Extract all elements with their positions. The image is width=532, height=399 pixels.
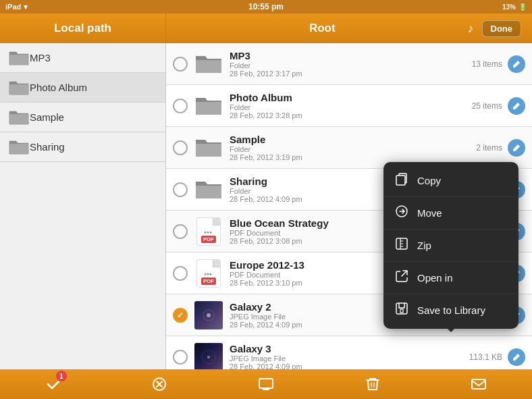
file-name-galaxy3: Galaxy 3 [230,343,469,354]
edit-btn-sample[interactable] [508,139,525,157]
sidebar-item-sharing[interactable]: Sharing [0,132,165,162]
pdf-badge: PDF [201,236,216,243]
sidebar-item-sample[interactable]: Sample [0,103,165,132]
file-info-mp3: MP3 Folder 28 Feb, 2012 3:17 pm [230,50,472,78]
pencil-icon [512,59,521,69]
selection-badge: 1 [56,371,67,381]
thumb-blue-ocean: ▸▸▸ PDF [194,217,223,246]
display-icon [258,376,274,392]
file-name-mp3: MP3 [230,50,472,61]
file-name-sample: Sample [230,134,476,145]
header-actions: ♪ Done [468,20,522,37]
main-header: Root ♪ Done [166,20,532,37]
thumb-photo-album [194,92,223,120]
thumb-europe: ▸▸▸ PDF [194,259,223,288]
folder-icon-mp3 [194,53,223,76]
radio-galaxy2[interactable] [173,308,188,323]
svg-rect-11 [259,379,273,388]
svg-rect-12 [472,379,485,389]
file-date-mp3: 28 Feb, 2012 3:17 pm [230,70,472,78]
menu-item-open-in[interactable]: Open in [383,262,518,294]
local-path-title: Local path [54,22,111,35]
folder-icon-sharing [194,178,223,201]
image-thumb-galaxy2 [194,301,223,329]
main-content: MP3 Photo Album Sample Sharing [0,43,532,369]
radio-mp3[interactable] [173,57,188,72]
menu-item-copy[interactable]: Copy [383,165,518,197]
mail-icon [471,376,487,392]
pencil-icon [512,352,521,362]
sidebar-label-mp3: MP3 [30,52,51,63]
folder-icon [8,79,30,97]
svg-rect-5 [396,176,405,185]
sidebar-label-sharing: Sharing [30,141,65,153]
edit-btn-photo-album[interactable] [508,97,525,115]
svg-point-2 [207,313,211,317]
pencil-icon [512,101,521,111]
menu-item-move[interactable]: Move [383,197,518,230]
battery-label: 13% [502,3,516,11]
radio-sharing[interactable] [173,182,188,197]
file-type-sample: Folder [230,145,476,153]
thumb-mp3 [194,50,223,78]
sidebar-label-sample: Sample [30,111,64,123]
trash-button[interactable] [358,369,388,399]
edit-btn-mp3[interactable] [508,55,525,73]
pdf-icon-blue-ocean: ▸▸▸ PDF [196,217,221,246]
wifi-icon: ▾ [24,3,28,11]
file-item-galaxy3[interactable]: Galaxy 3 JPEG Image File 28 Feb, 2012 4:… [166,336,532,369]
time-label: 10:55 pm [248,2,284,11]
sidebar-item-mp3[interactable]: MP3 [0,43,165,73]
thumb-sample [194,134,223,162]
sidebar-header: Local path [0,14,166,43]
copy-icon [394,171,409,190]
header: Local path Root ♪ Done [0,14,532,43]
folder-icon [8,49,30,67]
menu-label-copy: Copy [417,175,441,186]
file-item-mp3[interactable]: MP3 Folder 28 Feb, 2012 3:17 pm 13 items [166,43,532,85]
galaxy3-preview [194,343,223,370]
check-button[interactable]: 1 [38,369,68,399]
sidebar-label-photo-album: Photo Album [30,82,87,93]
file-info-galaxy3: Galaxy 3 JPEG Image File 28 Feb, 2012 4:… [230,343,469,369]
menu-item-zip[interactable]: Zip [383,230,518,262]
cancel-icon [151,376,167,392]
menu-label-open-in: Open in [417,272,453,284]
svg-rect-9 [400,309,403,313]
move-icon [394,204,409,222]
menu-item-save-library[interactable]: Save to Library [383,294,518,326]
image-thumb-galaxy3 [194,343,223,370]
status-left: iPad ▾ [5,3,28,11]
file-type-mp3: Folder [230,61,472,70]
edit-btn-galaxy3[interactable] [508,348,525,366]
pencil-icon [512,143,521,153]
pdf-icon-europe: ▸▸▸ PDF [196,259,221,288]
pdf-badge: PDF [201,277,216,285]
radio-blue-ocean[interactable] [173,224,188,239]
bottom-toolbar: 1 [0,369,532,399]
file-size-mp3: 13 items [472,59,502,69]
sidebar-item-photo-album[interactable]: Photo Album [0,73,165,103]
zip-icon [394,236,409,255]
status-right: 13% 🔋 [502,3,527,11]
file-type-galaxy3: JPEG Image File [230,354,469,363]
context-menu: Copy Move Zip [383,162,518,329]
folder-icon-sample [194,136,223,159]
radio-sample[interactable] [173,140,188,155]
menu-label-move: Move [417,207,442,219]
file-info-sample: Sample Folder 28 Feb, 2012 3:19 pm [230,134,476,161]
file-item-photo-album[interactable]: Photo Album Folder 28 Feb, 2012 3:28 pm … [166,85,532,127]
radio-photo-album[interactable] [173,99,188,113]
open-in-icon [394,269,409,287]
cancel-button[interactable] [144,369,174,399]
folder-icon-photo-album [194,95,223,117]
music-icon[interactable]: ♪ [468,22,474,36]
radio-galaxy3[interactable] [173,350,188,365]
file-size-photo-album: 25 items [472,101,502,111]
done-button[interactable]: Done [482,20,522,37]
mail-button[interactable] [464,369,494,399]
file-size-galaxy3: 113.1 KB [469,352,502,362]
menu-label-zip: Zip [417,240,431,251]
radio-europe[interactable] [173,266,188,281]
display-button[interactable] [251,369,281,399]
